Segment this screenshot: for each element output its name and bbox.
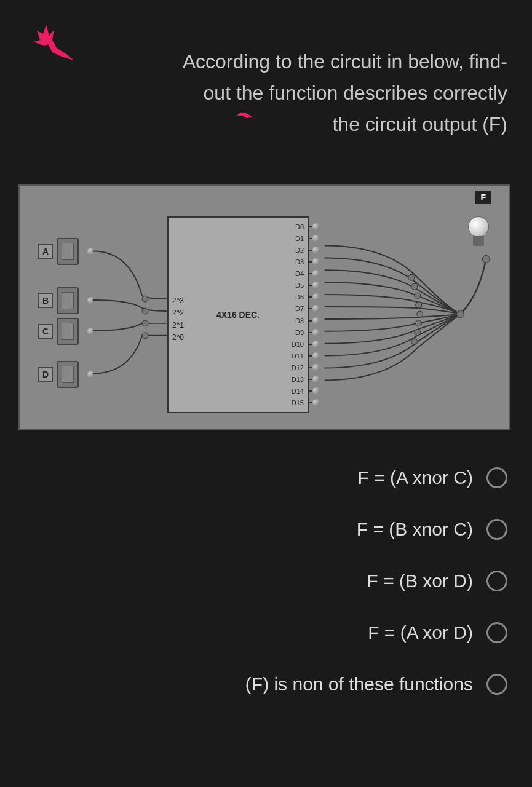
- decoder-output: D12: [292, 362, 304, 373]
- decoder-output: D7: [292, 303, 304, 314]
- decoder-output: D1: [292, 233, 304, 244]
- option-text: F = (A xnor C): [357, 467, 473, 488]
- svg-point-8: [417, 311, 423, 317]
- radio-icon[interactable]: [486, 571, 507, 591]
- circuit-diagram: F A B C D 4X16 DEC. 2^3 2^2 2^1 2^0 D0 D…: [18, 184, 510, 430]
- select-pin: 2^1: [172, 321, 184, 330]
- svg-point-13: [482, 255, 490, 263]
- svg-point-7: [416, 302, 422, 308]
- input-c: C: [38, 318, 95, 345]
- option-row[interactable]: F = (A xor D): [25, 622, 507, 643]
- select-pin: 2^0: [172, 333, 184, 342]
- wire-node: [87, 371, 95, 378]
- decoder-output: D2: [292, 245, 304, 256]
- radio-icon[interactable]: [486, 519, 507, 540]
- option-row[interactable]: (F) is non of these functions: [25, 674, 507, 695]
- wire-node: [87, 297, 95, 304]
- decoder-output: D8: [292, 315, 304, 326]
- decoder-output: D15: [292, 397, 304, 408]
- radio-icon[interactable]: [486, 467, 507, 488]
- decoder-output: D9: [292, 327, 304, 338]
- svg-point-9: [416, 320, 422, 326]
- hand-annotation-icon: [18, 18, 80, 68]
- input-b: B: [38, 287, 95, 314]
- decoder-output: D11: [292, 350, 304, 362]
- option-row[interactable]: F = (B xor D): [25, 571, 507, 591]
- option-text: F = (B xor D): [367, 571, 473, 591]
- radio-icon[interactable]: [486, 674, 507, 695]
- question-line: out the function describes correctly: [204, 82, 507, 104]
- decoder-output: D13: [292, 374, 304, 385]
- option-text: F = (B xnor C): [357, 519, 473, 540]
- svg-point-3: [142, 333, 148, 339]
- bulb-icon: [466, 216, 491, 253]
- svg-point-1: [142, 308, 148, 314]
- svg-point-11: [411, 339, 418, 345]
- input-d: D: [38, 361, 95, 388]
- question-line: the circuit output (F): [332, 113, 507, 135]
- answer-options: F = (A xnor C) F = (B xnor C) F = (B xor…: [25, 467, 507, 695]
- decoder-block: 4X16 DEC. 2^3 2^2 2^1 2^0 D0 D1 D2 D3 D4…: [167, 216, 309, 413]
- decoder-name: 4X16 DEC.: [216, 310, 260, 320]
- switch-icon: [57, 361, 79, 388]
- output-label: F: [475, 191, 491, 204]
- decoder-output: D0: [292, 221, 304, 232]
- svg-point-5: [411, 283, 418, 290]
- svg-point-4: [408, 274, 415, 280]
- option-row[interactable]: F = (B xnor C): [25, 519, 507, 540]
- svg-point-10: [415, 330, 421, 336]
- question-text: According to the circuit in below, find-…: [74, 46, 507, 141]
- input-b-label: B: [38, 293, 53, 308]
- select-pin: 2^3: [172, 296, 184, 305]
- input-c-label: C: [38, 324, 53, 339]
- decoder-output: D5: [292, 280, 304, 291]
- input-d-label: D: [38, 367, 53, 382]
- question-line: According to the circuit in below, find-: [183, 50, 507, 73]
- input-a: A: [38, 238, 95, 265]
- switch-icon: [57, 238, 79, 265]
- svg-point-6: [415, 293, 421, 299]
- switch-icon: [57, 318, 79, 345]
- option-text: F = (A xor D): [368, 622, 473, 643]
- decoder-output: D3: [292, 256, 304, 267]
- decoder-output: D4: [292, 268, 304, 279]
- wire-node: [87, 248, 95, 255]
- svg-point-12: [456, 310, 464, 318]
- option-row[interactable]: F = (A xnor C): [25, 467, 507, 488]
- decoder-output: D14: [292, 386, 304, 397]
- option-text: (F) is non of these functions: [245, 674, 473, 695]
- svg-point-2: [142, 320, 148, 326]
- decoder-output: D6: [292, 291, 304, 303]
- decoder-output: D10: [292, 339, 304, 350]
- select-pin: 2^2: [172, 309, 184, 317]
- wire-node: [87, 328, 95, 335]
- radio-icon[interactable]: [486, 622, 507, 643]
- switch-icon: [57, 287, 79, 314]
- input-a-label: A: [38, 244, 53, 259]
- decoder-outputs: D0 D1 D2 D3 D4 D5 D6 D7 D8 D9 D10 D11 D1…: [292, 221, 304, 408]
- svg-point-0: [142, 296, 148, 302]
